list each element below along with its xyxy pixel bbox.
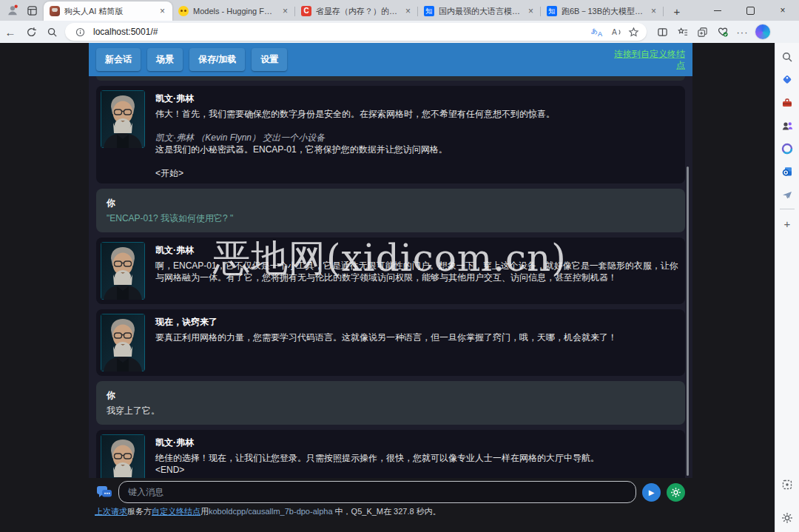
more-menu-icon[interactable]: ··· xyxy=(732,23,752,41)
chat-scrollbar[interactable] xyxy=(687,166,689,476)
window-close-button[interactable]: × xyxy=(766,0,799,21)
chat-message-ai: 现在，诀窍来了要真正利用网格的力量，您需要学习代码语言。这就像说另一种语言，但一… xyxy=(96,309,685,376)
status-text: 中，Q5_K_M在 327.8 秒内。 xyxy=(333,507,441,516)
browser-titlebar: 狗头人AI 精简版 × Models - Hugging Face × 省显存（… xyxy=(0,0,799,21)
chat-area: 凯文·弗林伟大！首先，我们需要确保您的数字身份是安全的。在探索网格时，您不希望有… xyxy=(89,76,692,478)
nav-button-settings[interactable]: 设置 xyxy=(252,48,287,71)
chat-mode-icon[interactable] xyxy=(96,484,112,500)
chat-message-user: 你"ENCAP-01? 我该如何使用它? " xyxy=(96,189,685,232)
back-icon[interactable]: ← xyxy=(0,23,21,41)
browser-tab[interactable]: 国内最强的大语言模型|ChatGLM × xyxy=(418,1,541,21)
message-line: 啊，ENCAP-01，它不仅仅是一个小工具，它是通往无限可能性的门户。想象一下，… xyxy=(155,260,681,283)
nav-button-new-session[interactable]: 新会话 xyxy=(96,48,141,71)
message-line xyxy=(155,120,555,132)
address-bar[interactable]: localhost:5001/# あA A xyxy=(65,23,647,41)
tab-close-icon[interactable]: × xyxy=(281,6,289,16)
sidebar-shopping-icon[interactable] xyxy=(781,73,794,87)
browser-toolbar: ← localhost:5001/# あA A ··· xyxy=(0,21,799,44)
hf-icon xyxy=(178,6,189,16)
message-line: <START> xyxy=(155,476,599,478)
message-line: <END> xyxy=(155,464,599,476)
sidebar-outlook-icon[interactable] xyxy=(781,165,794,178)
tab-title: 跑6B－13B的大模型（使用4bit量 xyxy=(562,6,645,17)
sidebar-search-icon[interactable] xyxy=(781,50,794,64)
refresh-icon[interactable] xyxy=(21,23,41,41)
nav-button-save-load[interactable]: 保存/加载 xyxy=(189,48,245,71)
svg-text:A: A xyxy=(611,28,616,36)
browser-essentials-icon[interactable] xyxy=(712,23,732,41)
tab-title: Models - Hugging Face xyxy=(193,7,277,16)
sidebar-drop-icon[interactable] xyxy=(781,188,794,201)
read-aloud-icon[interactable]: A xyxy=(607,24,624,40)
favorite-star-icon[interactable] xyxy=(624,24,642,40)
tab-strip: 狗头人AI 精简版 × Models - Hugging Face × 省显存（… xyxy=(44,0,664,21)
sidebar-add-icon[interactable]: + xyxy=(781,217,794,230)
workspaces-icon[interactable] xyxy=(27,5,38,16)
status-link[interactable]: 上次请求 xyxy=(95,507,127,516)
info-icon[interactable] xyxy=(71,24,89,40)
zhihu-icon xyxy=(424,6,434,16)
status-text: koboldcpp/causallm_7b-dpo-alpha xyxy=(209,507,333,516)
sidebar-divider xyxy=(780,209,795,209)
app-navbar: 新会话场景保存/加载设置连接到自定义终结点 xyxy=(89,43,692,76)
avatar[interactable] xyxy=(101,242,145,300)
avatar[interactable] xyxy=(101,314,145,371)
new-tab-button[interactable]: + xyxy=(668,3,686,21)
sidebar-tools-icon[interactable] xyxy=(781,96,794,110)
favorites-bar-icon[interactable] xyxy=(672,23,692,41)
chat-message-partial xyxy=(96,76,685,81)
message-author: 你 xyxy=(107,389,675,401)
input-row: ▶ xyxy=(89,479,692,505)
svg-text:あ: あ xyxy=(591,27,598,35)
sidebar-settings-icon[interactable] xyxy=(781,511,794,525)
copilot-icon[interactable] xyxy=(755,24,770,39)
window-minimize-button[interactable] xyxy=(701,0,734,21)
split-screen-icon[interactable] xyxy=(653,23,672,41)
quick-settings-button[interactable] xyxy=(667,483,685,502)
tab-close-icon[interactable]: × xyxy=(158,6,166,16)
chat-message-user: 你我穿上了它。 xyxy=(96,381,685,425)
sidebar-people-icon[interactable] xyxy=(781,119,794,132)
search-icon[interactable] xyxy=(41,23,62,41)
tab-close-icon[interactable]: × xyxy=(527,6,535,16)
profile-icon[interactable] xyxy=(6,4,19,17)
tab-title: 省显存（内存？）的大语言模型 xyxy=(316,6,400,17)
window-maximize-button[interactable] xyxy=(734,0,766,21)
browser-tab[interactable]: Models - Hugging Face × xyxy=(172,1,295,21)
tab-title: 狗头人AI 精简版 xyxy=(64,6,154,17)
message-author: 现在，诀窍来了 xyxy=(155,316,617,328)
message-line: 这是我们的小秘密武器。ENCAP-01，它将保护您的数据并让您访问网格。 xyxy=(155,144,555,155)
tab-close-icon[interactable]: × xyxy=(404,6,412,16)
translate-icon[interactable]: あA xyxy=(589,24,607,40)
status-text: 服务方 xyxy=(127,507,152,516)
browser-tab[interactable]: 跑6B－13B的大模型（使用4bit量 × xyxy=(541,1,664,21)
nav-button-scenarios[interactable]: 场景 xyxy=(147,48,183,71)
avatar[interactable] xyxy=(101,90,145,148)
message-line: 要真正利用网格的力量，您需要学习代码语言。这就像说另一种语言，但一旦你掌握了窍门… xyxy=(155,331,617,343)
message-line: "ENCAP-01? 我该如何使用它? " xyxy=(107,212,675,224)
status-line: 上次请求服务方自定义终结点用koboldcpp/causallm_7b-dpo-… xyxy=(95,506,441,517)
message-line: 伟大！首先，我们需要确保您的数字身份是安全的。在探索网格时，您不希望有任何意想不… xyxy=(155,108,555,120)
message-line xyxy=(155,155,555,167)
message-author: 你 xyxy=(107,197,675,209)
sidebar-loop-icon[interactable] xyxy=(781,142,794,155)
avatar[interactable] xyxy=(101,434,145,478)
edge-sidebar: + xyxy=(775,43,799,532)
tab-close-icon[interactable]: × xyxy=(650,6,658,16)
message-author: 凯文·弗林 xyxy=(155,244,681,256)
csdn-icon xyxy=(301,6,311,16)
sidebar-screenshot-icon[interactable] xyxy=(781,478,794,491)
browser-tab[interactable]: 省显存（内存？）的大语言模型 × xyxy=(295,1,418,21)
send-button[interactable]: ▶ xyxy=(642,483,661,502)
url-text[interactable]: localhost:5001/# xyxy=(93,27,589,37)
browser-tab[interactable]: 狗头人AI 精简版 × xyxy=(44,1,172,21)
message-input[interactable] xyxy=(118,481,636,503)
collections-icon[interactable] xyxy=(692,23,712,41)
message-author: 凯文·弗林 xyxy=(155,437,599,448)
status-link[interactable]: 自定义终结点 xyxy=(152,507,200,516)
webpage: 新会话场景保存/加载设置连接到自定义终结点 凯文·弗林伟大！首先，我们需要确保您… xyxy=(0,43,775,532)
message-line: 我穿上了它。 xyxy=(107,405,675,417)
message-line: <开始> xyxy=(155,167,555,179)
status-text: 用 xyxy=(200,507,209,516)
custom-endpoint-link[interactable]: 连接到自定义终结点 xyxy=(611,49,685,71)
